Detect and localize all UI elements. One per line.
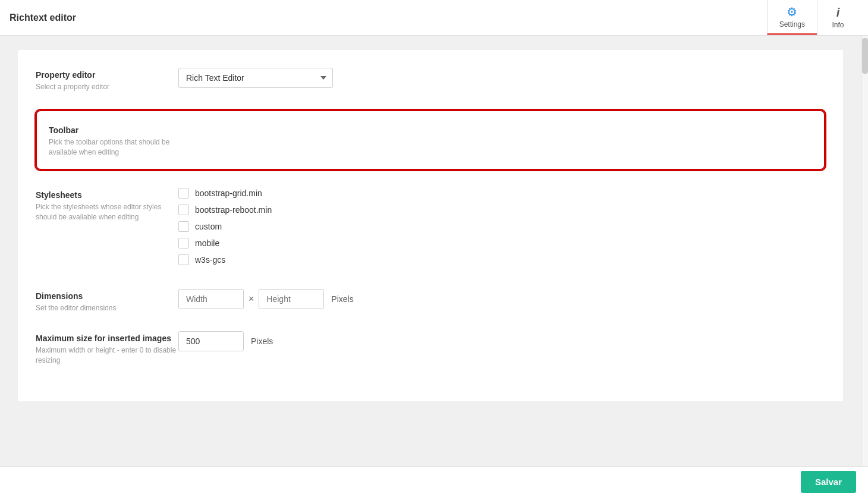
property-editor-title: Property editor (36, 70, 178, 80)
max-image-size-desc: Maximum width or height - enter 0 to dis… (36, 345, 178, 366)
property-editor-desc: Select a property editor (36, 82, 178, 92)
stylesheets-control-col: bootstrap-grid.min bootstrap-reboot.min … (178, 188, 825, 271)
stylesheet-label-bootstrap-reboot: bootstrap-reboot.min (195, 205, 272, 215)
max-image-size-row: Maximum size for inserted images Maximum… (36, 331, 825, 366)
settings-icon: ⚙ (787, 5, 797, 19)
header-bar: Richtext editor ⚙ Settings i Info (0, 0, 868, 36)
stylesheet-checkbox-w3s-gcs[interactable] (178, 254, 189, 265)
dimensions-title: Dimensions (36, 291, 178, 301)
content-card: Property editor Select a property editor… (18, 50, 843, 401)
info-label: Info (832, 21, 844, 29)
property-editor-label-col: Property editor Select a property editor (36, 68, 178, 92)
stylesheet-checkbox-bootstrap-reboot[interactable] (178, 205, 189, 215)
stylesheet-checkbox-custom[interactable] (178, 221, 189, 232)
toolbar-section: Toolbar Pick the toolbar options that sh… (36, 110, 825, 171)
dimensions-control-col: × Pixels (178, 289, 825, 309)
bottom-bar: Salvar (0, 466, 868, 497)
stylesheet-label-mobile: mobile (195, 238, 219, 248)
dimensions-separator: × (249, 294, 254, 304)
stylesheet-item-w3s-gcs: w3s-gcs (178, 254, 825, 265)
property-editor-control-col: Rich Text Editor Textarea Text string (178, 68, 825, 88)
stylesheet-item-custom: custom (178, 221, 825, 232)
toolbar-desc: Pick the toolbar options that should be … (49, 137, 191, 158)
stylesheets-row: Stylesheets Pick the stylesheets whose e… (36, 188, 825, 271)
stylesheets-label-col: Stylesheets Pick the stylesheets whose e… (36, 188, 178, 222)
header-actions: ⚙ Settings i Info (767, 0, 858, 35)
dimensions-desc: Set the editor dimensions (36, 303, 178, 313)
stylesheet-label-w3s-gcs: w3s-gcs (195, 255, 225, 265)
property-editor-row: Property editor Select a property editor… (36, 68, 825, 92)
settings-label: Settings (779, 20, 805, 29)
dimensions-unit: Pixels (331, 294, 353, 304)
max-image-size-title: Maximum size for inserted images (36, 334, 178, 343)
stylesheets-desc: Pick the stylesheets whose editor styles… (36, 202, 178, 222)
stylesheet-label-custom: custom (195, 222, 222, 231)
scrollbar-thumb[interactable] (862, 38, 868, 74)
stylesheet-item-mobile: mobile (178, 238, 825, 248)
toolbar-row: Toolbar Pick the toolbar options that sh… (49, 123, 812, 158)
save-button[interactable]: Salvar (801, 471, 856, 493)
page-title: Richtext editor (10, 12, 767, 23)
stylesheet-checkbox-bootstrap-grid[interactable] (178, 188, 189, 199)
max-image-size-inputs: Pixels (178, 331, 825, 351)
max-image-size-control-col: Pixels (178, 331, 825, 351)
height-input[interactable] (259, 289, 324, 309)
max-size-input[interactable] (178, 331, 244, 351)
dimensions-label-col: Dimensions Set the editor dimensions (36, 289, 178, 313)
stylesheet-checkbox-mobile[interactable] (178, 238, 189, 248)
settings-button[interactable]: ⚙ Settings (767, 0, 817, 35)
dimensions-row: Dimensions Set the editor dimensions × P… (36, 289, 825, 313)
toolbar-label-col: Toolbar Pick the toolbar options that sh… (49, 123, 191, 158)
stylesheet-label-bootstrap-grid: bootstrap-grid.min (195, 188, 262, 198)
max-image-size-label-col: Maximum size for inserted images Maximum… (36, 331, 178, 366)
info-icon: i (836, 6, 840, 20)
max-size-unit: Pixels (251, 336, 273, 346)
stylesheet-item-bootstrap-reboot: bootstrap-reboot.min (178, 205, 825, 215)
toolbar-title: Toolbar (49, 125, 191, 135)
main-content: Property editor Select a property editor… (0, 36, 861, 466)
dimensions-inputs: × Pixels (178, 289, 825, 309)
stylesheet-item-bootstrap-grid: bootstrap-grid.min (178, 188, 825, 199)
stylesheets-title: Stylesheets (36, 190, 178, 200)
property-editor-select[interactable]: Rich Text Editor Textarea Text string (178, 68, 333, 88)
scrollbar-track[interactable] (861, 36, 868, 497)
width-input[interactable] (178, 289, 244, 309)
info-button[interactable]: i Info (817, 0, 858, 35)
